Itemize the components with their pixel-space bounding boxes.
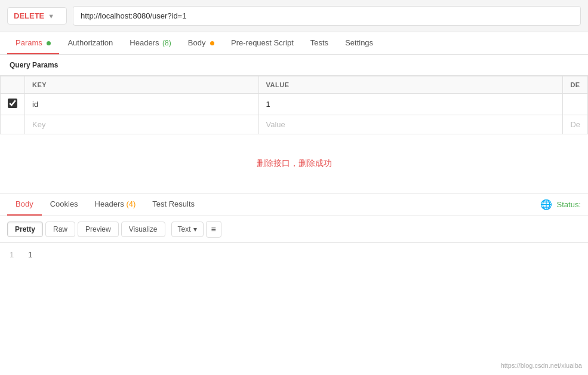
response-tab-body[interactable]: Body xyxy=(7,193,42,216)
format-preview-button[interactable]: Preview xyxy=(78,222,119,237)
text-dropdown-label: Text xyxy=(178,225,191,233)
format-pretty-button[interactable]: Pretty xyxy=(7,222,43,237)
query-params-label: Query Params xyxy=(10,61,578,69)
request-tabs: Params Authorization Headers (8) Body Pr… xyxy=(0,32,588,55)
row-desc xyxy=(563,94,588,115)
table-row: id 1 xyxy=(1,94,588,115)
response-tab-right: 🌐 Status: xyxy=(540,199,581,210)
format-visualize-button[interactable]: Visualize xyxy=(121,222,165,237)
tab-settings[interactable]: Settings xyxy=(337,32,381,54)
col-key-header: KEY xyxy=(25,76,259,94)
params-dot xyxy=(47,41,51,45)
body-dot xyxy=(210,41,214,45)
placeholder-value[interactable]: Value xyxy=(258,115,563,134)
chevron-down-icon: ▾ xyxy=(193,225,197,233)
text-dropdown[interactable]: Text ▾ xyxy=(171,222,204,237)
row-value[interactable]: 1 xyxy=(258,94,563,115)
tab-headers[interactable]: Headers (8) xyxy=(121,32,179,54)
row-key[interactable]: id xyxy=(25,94,259,115)
row-checkbox-cell[interactable] xyxy=(1,94,25,115)
headers-badge: (8) xyxy=(162,39,171,47)
params-table-container: KEY VALUE DE id 1 Key xyxy=(0,76,588,134)
tab-authorization[interactable]: Authorization xyxy=(59,32,121,54)
format-raw-button[interactable]: Raw xyxy=(45,222,75,237)
method-selector[interactable]: DELETE ▼ xyxy=(7,7,67,24)
line-number: 1 xyxy=(10,250,14,259)
tab-tests[interactable]: Tests xyxy=(302,32,337,54)
response-tab-cookies[interactable]: Cookies xyxy=(42,193,87,216)
method-label: DELETE xyxy=(14,11,44,20)
url-input[interactable] xyxy=(73,6,581,26)
table-row-placeholder: Key Value De xyxy=(1,115,588,134)
response-preview: 删除接口，删除成功 xyxy=(0,134,588,193)
response-tabs: Body Cookies Headers (4) Test Results 🌐 … xyxy=(0,193,588,216)
response-tab-headers[interactable]: Headers (4) xyxy=(87,193,144,216)
placeholder-checkbox-cell xyxy=(1,115,25,134)
tab-params[interactable]: Params xyxy=(7,32,59,54)
col-checkbox xyxy=(1,76,25,94)
response-preview-text: 删除接口，删除成功 xyxy=(257,158,332,169)
placeholder-key[interactable]: Key xyxy=(25,115,259,134)
tab-pre-request[interactable]: Pre-request Script xyxy=(223,32,302,54)
format-row: Pretty Raw Preview Visualize Text ▾ ≡ xyxy=(0,216,588,243)
params-table: KEY VALUE DE id 1 Key xyxy=(0,76,588,134)
tab-body[interactable]: Body xyxy=(180,32,223,54)
response-headers-badge: (4) xyxy=(126,199,136,208)
col-desc-header: DE xyxy=(563,76,588,94)
response-tab-test-results[interactable]: Test Results xyxy=(144,193,203,216)
response-content: 1 xyxy=(28,250,32,259)
status-label: Status: xyxy=(557,200,581,209)
response-body: 1 1 xyxy=(0,243,588,267)
url-bar-row: DELETE ▼ xyxy=(0,0,588,32)
row-checkbox[interactable] xyxy=(8,99,17,108)
placeholder-desc: De xyxy=(563,115,588,134)
watermark: https://blog.csdn.net/xiuaiba xyxy=(501,362,582,369)
col-value-header: VALUE xyxy=(258,76,563,94)
chevron-down-icon: ▼ xyxy=(48,13,54,20)
query-params-section: Query Params xyxy=(0,55,588,76)
wrap-button[interactable]: ≡ xyxy=(206,221,221,238)
main-container: DELETE ▼ Params Authorization Headers (8… xyxy=(0,0,588,375)
globe-icon: 🌐 xyxy=(540,199,552,210)
wrap-icon: ≡ xyxy=(211,225,216,234)
